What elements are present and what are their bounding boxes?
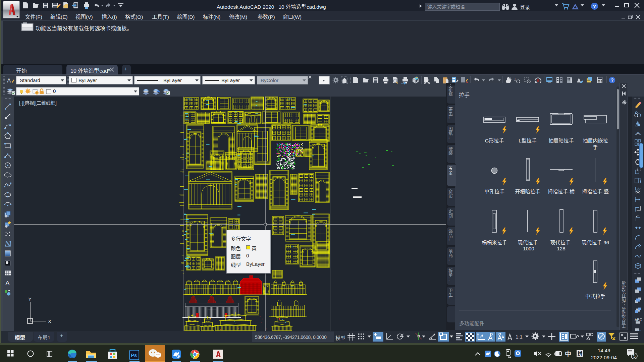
svg-text:X: X	[48, 318, 51, 324]
svg-text:±: ±	[514, 76, 516, 81]
svg-text:Ps: Ps	[131, 352, 137, 358]
svg-text:5: 5	[633, 354, 636, 359]
svg-text:14:49: 14:49	[598, 348, 610, 353]
svg-text:中: 中	[565, 350, 571, 358]
svg-text:A: A	[5, 280, 10, 287]
svg-text:A: A	[7, 77, 11, 84]
svg-text:拼: 拼	[578, 351, 583, 356]
svg-text:2022-09-04: 2022-09-04	[591, 355, 617, 360]
svg-text:?: ?	[611, 77, 614, 83]
svg-text:Y: Y	[28, 296, 32, 302]
svg-text:ABC: ABC	[635, 318, 642, 322]
svg-text:1:1: 1:1	[516, 334, 523, 340]
